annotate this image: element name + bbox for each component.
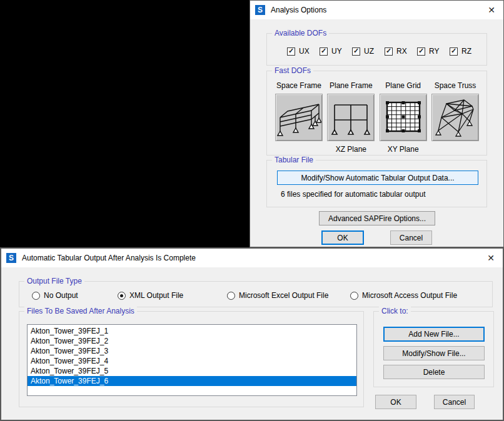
fast-dofs-group: Fast DOFs Space Frame: [266, 71, 487, 156]
click-to-group: Click to: Add New File... Modify/Show Fi…: [373, 311, 494, 387]
checkbox-label: UY: [331, 47, 342, 56]
plane-frame-button[interactable]: [327, 94, 375, 141]
list-item[interactable]: Akton_Tower_39FEJ_4: [28, 356, 356, 366]
plane-grid-button[interactable]: [380, 94, 427, 141]
close-icon[interactable]: ✕: [488, 6, 495, 14]
fast-dof-name: Space Frame: [276, 81, 321, 94]
list-item[interactable]: Akton_Tower_39FEJ_3: [28, 346, 356, 356]
cancel-button[interactable]: Cancel: [434, 395, 475, 409]
available-dofs-group: Available DOFs UX UY UZ RX RY RZ: [266, 33, 487, 66]
radio-label: XML Output File: [129, 291, 183, 300]
tabular-file-status: 6 files specified for automatic tabular …: [281, 190, 425, 199]
fast-dof-name: Plane Grid: [385, 81, 421, 94]
checkbox-icon: [450, 47, 458, 56]
analysis-options-dialog: S Analysis Options ✕ Available DOFs UX U…: [249, 0, 504, 247]
modify-show-file-button[interactable]: Modify/Show File...: [383, 346, 485, 360]
radio-icon: [350, 292, 358, 300]
dialog-title: Automatic Tabular Output After Analysis …: [22, 254, 196, 262]
dialog-title: Analysis Options: [271, 6, 326, 14]
dof-checkbox-uz[interactable]: UZ: [352, 47, 374, 56]
dof-checkbox-rz[interactable]: RZ: [450, 47, 471, 56]
dof-checkbox-rx[interactable]: RX: [385, 47, 407, 56]
space-frame-button[interactable]: [275, 94, 323, 141]
space-frame-icon: [276, 95, 321, 140]
fast-dof-plane: XZ Plane: [336, 145, 366, 156]
output-file-type-label: Output File Type: [24, 277, 84, 285]
analysis-options-titlebar: S Analysis Options ✕: [250, 1, 503, 19]
files-to-be-saved-label: Files To Be Saved After Analysis: [24, 307, 137, 315]
space-truss-button[interactable]: [431, 94, 479, 141]
radio-xml-output-file[interactable]: XML Output File: [118, 291, 183, 300]
list-item[interactable]: Akton_Tower_39FEJ_2: [28, 336, 356, 346]
radio-excel-output-file[interactable]: Microsoft Excel Output File: [227, 291, 328, 300]
fast-dofs-label: Fast DOFs: [272, 66, 313, 75]
modify-show-tabular-output-button[interactable]: Modify/Show Automatic Tabular Output Dat…: [277, 171, 478, 185]
checkbox-label: RZ: [461, 47, 471, 56]
advanced-sapfire-options-button[interactable]: Advanced SAPFire Options...: [319, 211, 435, 225]
ok-button[interactable]: OK: [375, 395, 416, 409]
checkbox-label: UZ: [364, 47, 374, 56]
dof-checkbox-ry[interactable]: RY: [417, 47, 439, 56]
radio-no-output[interactable]: No Output: [32, 291, 78, 300]
output-file-type-group: Output File Type No Output XML Output Fi…: [19, 281, 493, 307]
checkbox-label: UX: [299, 47, 310, 56]
files-to-be-saved-group: Files To Be Saved After Analysis Akton_T…: [19, 311, 364, 407]
add-new-file-button[interactable]: Add New File...: [383, 327, 485, 342]
click-to-label: Click to:: [379, 307, 411, 315]
checkbox-icon: [287, 47, 295, 56]
files-listbox[interactable]: Akton_Tower_39FEJ_1Akton_Tower_39FEJ_2Ak…: [27, 324, 357, 396]
fast-dof-name: Space Truss: [435, 81, 476, 94]
tabular-file-group: Tabular File Modify/Show Automatic Tabul…: [266, 160, 487, 207]
tabular-file-label: Tabular File: [272, 156, 316, 164]
dof-checkbox-ux[interactable]: UX: [287, 47, 310, 56]
fast-dof-space-frame: Space Frame: [275, 81, 323, 156]
list-item[interactable]: Akton_Tower_39FEJ_6: [28, 376, 356, 386]
radio-access-output-file[interactable]: Microsoft Access Output File: [350, 291, 457, 300]
checkbox-icon: [385, 47, 393, 56]
dof-checkbox-uy[interactable]: UY: [320, 47, 342, 56]
checkbox-icon: [417, 47, 425, 56]
close-icon[interactable]: ✕: [487, 254, 495, 262]
checkbox-label: RY: [429, 47, 439, 56]
radio-icon: [32, 292, 40, 300]
fast-dof-plane-frame: Plane Frame XZ Plane: [326, 81, 375, 156]
cancel-button[interactable]: Cancel: [390, 230, 432, 245]
fast-dof-name: Plane Frame: [330, 81, 373, 94]
fast-dof-space-truss: Space Truss: [431, 81, 480, 156]
list-item[interactable]: Akton_Tower_39FEJ_1: [28, 326, 356, 336]
fast-dofs-row: Space Frame: [275, 81, 480, 156]
available-dofs-label: Available DOFs: [272, 29, 329, 37]
sap2000-logo-icon: S: [6, 253, 16, 263]
radio-label: Microsoft Access Output File: [362, 291, 457, 300]
space-truss-icon: [433, 95, 478, 140]
sap2000-logo-icon: S: [255, 5, 265, 15]
radio-label: No Output: [44, 291, 78, 300]
radio-icon: [118, 292, 126, 300]
ok-button[interactable]: OK: [321, 230, 364, 245]
tabular-output-titlebar: S Automatic Tabular Output After Analysi…: [1, 249, 503, 267]
checkbox-icon: [320, 47, 328, 56]
plane-grid-icon: [381, 95, 426, 140]
fast-dof-plane: XY Plane: [388, 145, 419, 156]
checkbox-icon: [352, 47, 360, 56]
fast-dof-plane-grid: Plane Grid X: [379, 81, 428, 156]
radio-label: Microsoft Excel Output File: [239, 291, 328, 300]
list-item[interactable]: Akton_Tower_39FEJ_5: [28, 366, 356, 376]
tabular-output-dialog: S Automatic Tabular Output After Analysi…: [0, 247, 504, 421]
delete-button[interactable]: Delete: [383, 365, 485, 379]
checkbox-label: RX: [396, 47, 407, 56]
radio-icon: [227, 292, 235, 300]
plane-frame-icon: [328, 95, 373, 140]
